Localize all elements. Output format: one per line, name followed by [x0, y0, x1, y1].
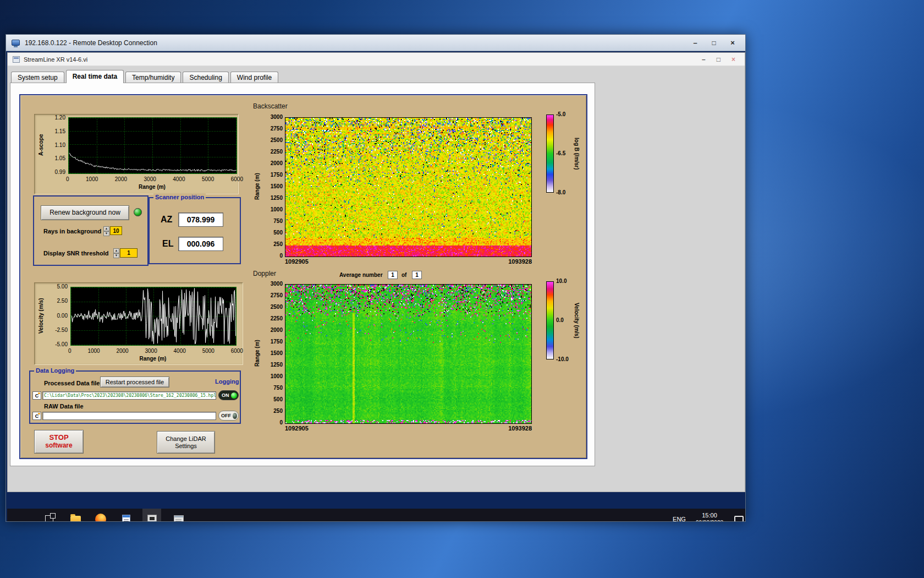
streamline-taskbar-button[interactable] [142, 509, 161, 521]
tick-label: 3000 [271, 114, 283, 120]
tab-scheduling[interactable]: Scheduling [183, 72, 228, 83]
tick-label: 0 [279, 253, 283, 259]
tick-label: 3000 [271, 281, 283, 287]
taskbar: ENG 15:00 06/08/2023 [7, 509, 745, 521]
renew-background-button[interactable]: Renew background now [41, 205, 129, 220]
on-label: ON [222, 392, 229, 398]
tick-label: 2500 [271, 138, 283, 143]
el-value: 000.096 [178, 237, 223, 251]
backscatter-colorbar-label: log B (/m/sr) [573, 114, 580, 193]
tick-label: 2250 [271, 149, 283, 155]
velocity-x-ticks: 0100020003000400050006000 [68, 348, 243, 354]
file-explorer-button[interactable] [67, 509, 84, 521]
language-indicator[interactable]: ENG [669, 509, 689, 521]
tick-label: -5.00 [55, 342, 68, 347]
tick-label: 500 [273, 397, 283, 402]
rays-value-field[interactable]: 10 [110, 226, 122, 235]
scanner-position-group: Scanner position AZ 078.999 EL 000.096 [148, 197, 241, 264]
app-title: StreamLine XR v14-6.vi [24, 56, 87, 63]
el-label: EL [162, 239, 173, 249]
tick-label: 1093928 [508, 258, 532, 265]
raw-path-field[interactable] [42, 412, 216, 420]
app-titlebar[interactable]: StreamLine XR v14-6.vi – □ × [8, 53, 745, 66]
rays-spinner[interactable]: ▲▼ [103, 226, 109, 236]
scan-scheduler-button[interactable] [170, 509, 188, 521]
tick-label: 4000 [173, 176, 185, 182]
processed-path-browse[interactable]: C [32, 391, 41, 400]
notification-icon [734, 516, 744, 522]
stop-line2: software [45, 442, 72, 450]
change-lidar-settings-button[interactable]: Change LiDAR Settings [157, 431, 215, 454]
tick-label: 2000 [115, 176, 127, 182]
streamline-window-icon [147, 515, 157, 521]
clock[interactable]: 15:00 06/08/2023 [690, 509, 729, 521]
tick-label: -2.50 [55, 328, 68, 333]
task-view-button[interactable] [40, 509, 58, 521]
tick-label: 1.10 [55, 143, 65, 148]
tab-real-time-data[interactable]: Real time data [66, 70, 124, 83]
change-line1: Change LiDAR [166, 435, 206, 443]
firefox-button[interactable] [92, 509, 109, 521]
tick-label: 2000 [116, 348, 128, 354]
tick-label: 10.0 [556, 279, 569, 284]
processed-logging-toggle[interactable]: ON [218, 390, 239, 400]
tick-label: 2.50 [57, 298, 68, 304]
document-icon [122, 515, 130, 522]
app-restore-button[interactable]: □ [717, 56, 721, 63]
average-number-value[interactable]: 1 [388, 271, 398, 279]
ascope-x-ticks: 0100020003000400050006000 [66, 176, 243, 182]
stop-software-button[interactable]: STOP software [34, 430, 84, 454]
average-total-value[interactable]: 1 [412, 271, 422, 279]
scheduler-icon [174, 515, 184, 522]
tick-label: 1000 [271, 374, 283, 379]
doppler-heatmap [285, 284, 532, 424]
tick-label: 3000 [144, 176, 156, 182]
az-value: 078.999 [178, 212, 223, 227]
notification-button[interactable] [730, 509, 745, 521]
raw-logging-toggle[interactable]: OFF [218, 411, 239, 421]
tick-label: 0 [66, 176, 69, 182]
processed-path-field[interactable]: C:\Lidar\Data\Proc\2023\202308\20230806\… [42, 391, 216, 400]
maximize-button[interactable]: □ [707, 38, 721, 48]
tick-label: 1000 [86, 176, 98, 182]
tick-label: 0 [68, 348, 72, 354]
restart-processed-file-button[interactable]: Restart processed file [100, 377, 169, 388]
data-logging-title: Data Logging [34, 367, 76, 374]
tab-temp-humidity[interactable]: Temp/humidity [125, 72, 181, 83]
minimize-button[interactable]: – [688, 38, 702, 48]
tick-label: 1092905 [285, 425, 309, 432]
remote-desktop-icon [12, 40, 20, 46]
close-button[interactable]: × [725, 38, 740, 48]
stop-line1: STOP [49, 434, 68, 442]
tab-wind-profile[interactable]: Wind profile [230, 72, 278, 83]
tick-label: 2500 [271, 304, 283, 310]
snr-spinner[interactable]: ▲▼ [113, 248, 119, 258]
folder-icon [70, 516, 81, 522]
raw-path-browse[interactable]: C [32, 412, 41, 420]
tab-system-setup[interactable]: System setup [11, 72, 64, 83]
app-minimize-button[interactable]: – [702, 56, 706, 63]
tick-label: 5000 [202, 348, 215, 354]
backscatter-colorbar-ticks: -5.0-6.5-8.0 [556, 112, 565, 195]
data-logging-group: Data Logging Processed Data file Restart… [29, 370, 241, 424]
tick-label: 1.05 [55, 156, 65, 161]
streamline-app-window: StreamLine XR v14-6.vi – □ × System setu… [7, 52, 745, 492]
ascope-y-ticks: 1.201.151.101.050.99 [47, 115, 65, 175]
rdp-window-title: 192.168.0.122 - Remote Desktop Connectio… [25, 39, 157, 47]
ascope-plot-box: A-scope 1.201.151.101.050.99 01000200030… [34, 114, 239, 194]
rays-in-background-label: Rays in background [43, 228, 101, 235]
tick-label: 0.0 [556, 318, 569, 323]
tick-label: 1000 [271, 207, 283, 212]
ascope-x-axis-label: Range (m) [68, 184, 236, 190]
tick-label: 250 [273, 408, 283, 414]
real-time-data-page: A-scope 1.201.151.101.050.99 01000200030… [10, 83, 595, 466]
tick-label: 0.00 [57, 313, 68, 319]
tick-label: 1.20 [55, 115, 65, 121]
tick-label: 6000 [231, 348, 243, 354]
tick-label: 0 [279, 420, 283, 426]
document-app-button[interactable] [117, 509, 135, 521]
app-close-button[interactable]: × [732, 56, 735, 63]
snr-value-field[interactable]: 1 [120, 248, 138, 258]
rdp-titlebar[interactable]: 192.168.0.122 - Remote Desktop Connectio… [6, 35, 745, 51]
raw-data-file-label: RAW Data file [44, 403, 84, 410]
